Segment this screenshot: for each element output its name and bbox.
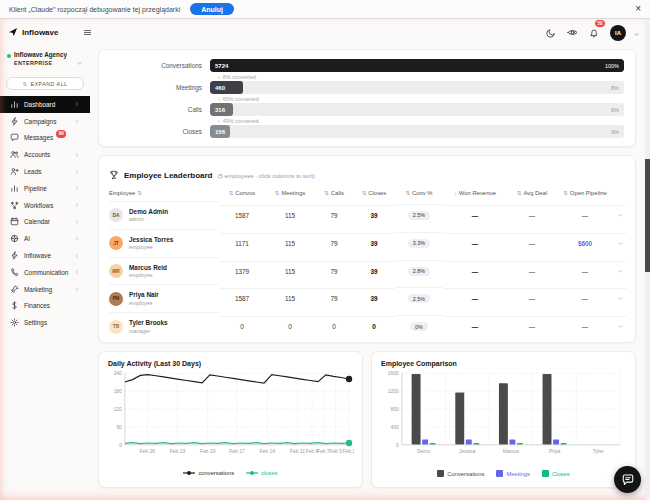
employee-name: Tyler Brooks xyxy=(129,319,168,327)
funnel-row-closes: Closes1563% xyxy=(110,125,624,138)
sort-icon: ⇅ xyxy=(229,190,234,196)
sidebar-item-settings[interactable]: Settings xyxy=(5,314,85,331)
legend-item-conversations[interactable]: conversations xyxy=(183,470,234,476)
cancel-debug-button[interactable]: Anuluj xyxy=(190,3,234,15)
sidebar-item-pipeline[interactable]: Pipeline xyxy=(5,180,85,197)
column-header-calls[interactable]: ⇅Calls xyxy=(315,186,353,201)
sidebar-item-label: Calendar xyxy=(24,218,50,225)
funnel-bar: 5724 xyxy=(210,59,624,72)
app-header: Inflowave 50 IA xyxy=(0,19,650,46)
avg-deal-cell: — xyxy=(507,261,557,281)
notifications-button[interactable]: 50 xyxy=(589,24,599,42)
column-header-open-pipeline[interactable]: ⇅Open Pipeline xyxy=(557,186,613,201)
employee-cell: TBTyler Brooksmanager xyxy=(109,312,219,340)
chevron-right-icon xyxy=(74,118,80,124)
expand-row-chevron[interactable] xyxy=(613,288,627,308)
sidebar-item-accounts[interactable]: Accounts xyxy=(5,146,85,163)
convos-cell: 1587 xyxy=(219,205,265,225)
closes-cell: 0 xyxy=(353,316,395,336)
sidebar-item-leads[interactable]: Leads xyxy=(5,163,85,180)
sidebar-item-inflowave[interactable]: Inflowave xyxy=(5,247,85,264)
sidebar-item-marketing[interactable]: Marketing xyxy=(5,281,85,298)
expand-row-chevron[interactable] xyxy=(613,205,627,225)
column-header-conv[interactable]: ⇅Conv % xyxy=(395,186,443,201)
sidebar-item-dashboard[interactable]: Dashboard xyxy=(0,96,90,113)
chevron-down-icon[interactable] xyxy=(633,24,640,42)
brand-logo: Inflowave xyxy=(8,27,58,39)
conv-badge: 2.5% xyxy=(408,211,430,220)
funnel-percent: 3% xyxy=(611,125,619,138)
sidebar-item-messages[interactable]: Messages99 xyxy=(5,130,85,147)
funnel-bar: 316 xyxy=(210,103,233,116)
svg-text:1600: 1600 xyxy=(388,371,399,376)
column-header-avg-deal[interactable]: ⇅Avg Deal xyxy=(507,186,557,201)
legend-item-closes[interactable]: closes xyxy=(246,470,277,476)
calls-cell: 79 xyxy=(315,261,353,281)
svg-text:Jessica: Jessica xyxy=(459,449,476,454)
hamburger-menu-icon[interactable] xyxy=(83,28,92,37)
employee-role: admin xyxy=(129,216,168,222)
chat-fab-button[interactable] xyxy=(614,466,641,493)
sidebar-item-communication[interactable]: Communication xyxy=(5,264,85,281)
expand-all-button[interactable]: ⇅ EXPAND ALL xyxy=(6,77,84,90)
legend-item-meetings[interactable]: Meetings xyxy=(496,470,530,477)
employee-name: Marcus Reid xyxy=(129,264,167,272)
funnel-stage-label: Conversations xyxy=(110,62,210,69)
leaderboard-subtitle: (5 employees · click columns to sort) xyxy=(217,173,314,179)
svg-text:Feb 20: Feb 20 xyxy=(200,449,216,454)
close-icon[interactable]: × xyxy=(635,4,641,14)
agency-selector[interactable]: Inflowave Agency ENTERPRISE xyxy=(5,48,85,76)
notification-badge: 50 xyxy=(594,19,606,28)
column-header-meetings[interactable]: ⇅Meetings xyxy=(265,186,315,201)
funnel-stage-label: Closes xyxy=(110,128,210,135)
legend-item-closes[interactable]: Closes xyxy=(542,470,570,477)
svg-text:Marcus: Marcus xyxy=(503,449,520,454)
column-header-closes[interactable]: ⇅Closes xyxy=(353,186,395,201)
employee-cell: MRMarcus Reidemployee xyxy=(109,257,219,285)
scrollbar-thumb[interactable] xyxy=(645,159,650,272)
daily-activity-chart-card: Daily Activity (Last 30 Days)06012018024… xyxy=(98,351,363,488)
user-menu[interactable]: IA xyxy=(610,25,626,41)
legend-item-conversations[interactable]: Conversations xyxy=(437,470,484,477)
sidebar-item-finances[interactable]: Finances xyxy=(5,298,85,315)
column-header-won-revenue[interactable]: ↓Won Revenue xyxy=(443,186,507,201)
chevron-right-icon xyxy=(74,286,80,292)
sidebar-item-workflows[interactable]: Workflows xyxy=(5,197,85,214)
sidebar-item-ai[interactable]: AI xyxy=(5,230,85,247)
expand-row-chevron[interactable] xyxy=(613,233,627,253)
chevron-right-icon xyxy=(74,253,80,259)
open-pipeline-cell: $600 xyxy=(557,233,613,253)
expand-row-chevron[interactable] xyxy=(613,261,627,281)
sidebar-item-label: Settings xyxy=(24,319,47,326)
leaderboard-card: Employee Leaderboard (5 employees · clic… xyxy=(98,155,636,343)
dark-mode-toggle[interactable] xyxy=(546,28,556,38)
svg-text:Priya: Priya xyxy=(549,449,561,454)
chevron-right-icon xyxy=(74,236,80,242)
user-plus-icon xyxy=(10,167,19,176)
calls-cell: 79 xyxy=(315,205,353,225)
employee-role: employee xyxy=(129,244,173,250)
calls-cell: 79 xyxy=(315,233,353,253)
conv-badge: 2.5% xyxy=(408,294,430,303)
expand-row-chevron[interactable] xyxy=(613,316,627,336)
sort-icon: ⇅ xyxy=(563,190,568,196)
visibility-icon[interactable] xyxy=(567,27,578,38)
brand-name: Inflowave xyxy=(22,28,58,37)
column-header-employee[interactable]: Employee⇅ xyxy=(109,186,219,201)
svg-text:Feb 14: Feb 14 xyxy=(260,449,276,454)
convos-cell: 0 xyxy=(219,316,265,336)
conv-badge: 2.8% xyxy=(408,267,430,276)
sidebar-item-campaigns[interactable]: Campaigns xyxy=(5,113,85,130)
chevron-right-icon xyxy=(74,219,80,225)
employee-role: employee xyxy=(129,272,167,278)
meetings-cell: 115 xyxy=(265,261,315,281)
calendar-icon xyxy=(10,217,19,226)
gear-icon xyxy=(10,318,19,327)
sort-icon: ↓ xyxy=(454,190,457,196)
sidebar-item-calendar[interactable]: Calendar xyxy=(5,214,85,231)
page-scrollbar xyxy=(645,19,650,500)
sidebar-item-label: Pipeline xyxy=(24,185,47,192)
branch-icon xyxy=(10,201,19,210)
employee-role: employee xyxy=(129,300,159,306)
column-header-convos[interactable]: ⇅Convos xyxy=(219,186,265,201)
